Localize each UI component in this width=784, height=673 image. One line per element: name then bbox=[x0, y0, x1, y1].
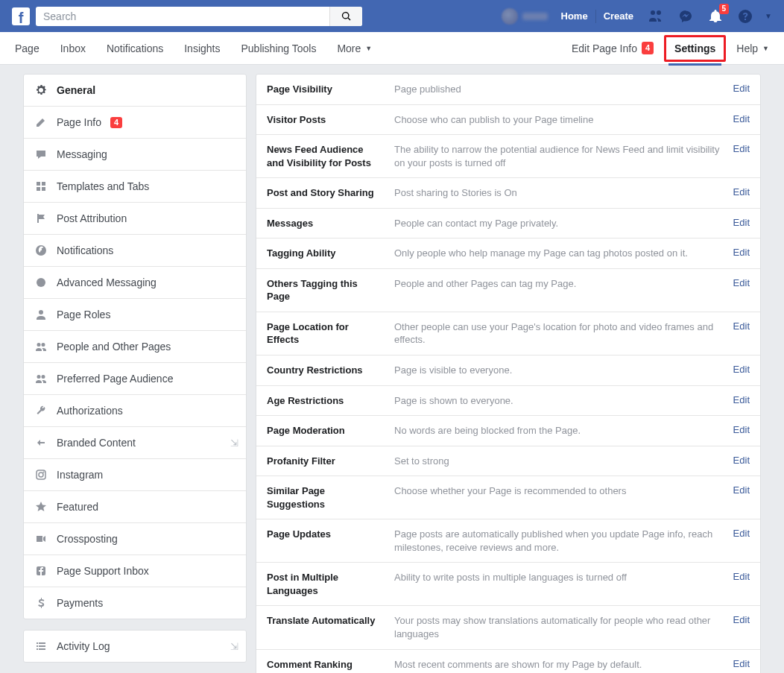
setting-label: Similar Page Suggestions bbox=[267, 484, 382, 511]
sidebar-item-instagram[interactable]: Instagram bbox=[24, 458, 246, 490]
setting-edit-link[interactable]: Edit bbox=[733, 143, 750, 154]
setting-edit-link[interactable]: Edit bbox=[733, 484, 750, 496]
sidebar-item-label: Instagram bbox=[57, 469, 103, 481]
sidebar-item-authorizations[interactable]: Authorizations bbox=[24, 394, 246, 426]
setting-edit-link[interactable]: Edit bbox=[733, 614, 750, 625]
setting-row-age-restrictions: Age RestrictionsPage is shown to everyon… bbox=[256, 385, 760, 416]
account-menu-button[interactable]: ▼ bbox=[760, 12, 777, 20]
sidebar-item-featured[interactable]: Featured bbox=[24, 490, 246, 522]
sidebar-item-notifications[interactable]: Notifications bbox=[24, 234, 246, 266]
setting-label: Page Visibility bbox=[267, 83, 382, 96]
setting-label: Translate Automatically bbox=[267, 614, 382, 628]
chat-icon bbox=[34, 148, 48, 161]
setting-edit-link[interactable]: Edit bbox=[733, 113, 750, 124]
people-icon bbox=[34, 372, 48, 385]
setting-value: Page published bbox=[394, 83, 721, 96]
tab-notifications[interactable]: Notifications bbox=[96, 32, 174, 65]
messenger-icon bbox=[678, 9, 693, 24]
sidebar-item-people-and-other-pages[interactable]: People and Other Pages bbox=[24, 330, 246, 362]
sidebar-item-page-roles[interactable]: Page Roles bbox=[24, 298, 246, 330]
video-icon bbox=[34, 532, 48, 546]
create-link[interactable]: Create bbox=[596, 6, 641, 27]
sidebar-item-label: General bbox=[57, 84, 95, 96]
sidebar-item-messaging[interactable]: Messaging bbox=[24, 138, 246, 170]
setting-edit-link[interactable]: Edit bbox=[733, 83, 750, 94]
setting-edit-link[interactable]: Edit bbox=[733, 217, 750, 228]
setting-label: Country Restrictions bbox=[267, 364, 382, 377]
sidebar-item-post-attribution[interactable]: Post Attribution bbox=[24, 202, 246, 234]
settings-panel: Page VisibilityPage publishedEditVisitor… bbox=[256, 74, 761, 673]
tab-help[interactable]: Help ▼ bbox=[726, 32, 780, 65]
notifications-button[interactable]: 5 bbox=[701, 6, 730, 27]
setting-label: Page Location for Effects bbox=[267, 320, 382, 347]
sidebar-item-templates-and-tabs[interactable]: Templates and Tabs bbox=[24, 170, 246, 202]
tab-settings[interactable]: Settings bbox=[664, 32, 726, 65]
facebook-logo-icon[interactable]: f bbox=[12, 7, 30, 25]
tab-inbox[interactable]: Inbox bbox=[50, 32, 96, 65]
home-link[interactable]: Home bbox=[554, 6, 595, 27]
sidebar-item-page-info[interactable]: Page Info4 bbox=[24, 106, 246, 138]
setting-edit-link[interactable]: Edit bbox=[733, 424, 750, 435]
setting-row-comment-ranking: Comment RankingMost recent comments are … bbox=[256, 649, 760, 673]
sidebar-item-label: Templates and Tabs bbox=[57, 180, 149, 192]
tab-page[interactable]: Page bbox=[4, 32, 50, 65]
sidebar-item-branded-content[interactable]: Branded Content⇲ bbox=[24, 426, 246, 458]
globe-icon bbox=[34, 244, 48, 257]
sidebar-item-preferred-page-audience[interactable]: Preferred Page Audience bbox=[24, 362, 246, 394]
page-tabs: Page Inbox Notifications Insights Publis… bbox=[0, 32, 784, 65]
setting-edit-link[interactable]: Edit bbox=[733, 658, 750, 669]
setting-edit-link[interactable]: Edit bbox=[733, 455, 750, 466]
setting-edit-link[interactable]: Edit bbox=[733, 571, 750, 582]
search-wrap bbox=[36, 7, 362, 26]
help-label: Help bbox=[736, 42, 758, 54]
sidebar-item-crossposting[interactable]: Crossposting bbox=[24, 522, 246, 554]
sidebar-item-label: Notifications bbox=[57, 244, 113, 256]
search-input[interactable] bbox=[36, 7, 362, 26]
instagram-icon bbox=[34, 468, 48, 481]
setting-edit-link[interactable]: Edit bbox=[733, 364, 750, 375]
sidebar-item-payments[interactable]: Payments bbox=[24, 587, 246, 619]
setting-row-messages: MessagesPeople can contact my Page priva… bbox=[256, 208, 760, 238]
tab-more[interactable]: More ▼ bbox=[326, 32, 382, 65]
profile-chip[interactable] bbox=[496, 6, 554, 27]
setting-value: Most recent comments are shown for my Pa… bbox=[394, 658, 721, 672]
bubble-icon bbox=[34, 276, 48, 289]
tab-publishing-tools[interactable]: Publishing Tools bbox=[230, 32, 326, 65]
sidebar-item-advanced-messaging[interactable]: Advanced Messaging bbox=[24, 266, 246, 298]
setting-value: Ability to write posts in multiple langu… bbox=[394, 571, 721, 584]
tab-insights[interactable]: Insights bbox=[174, 32, 230, 65]
list-icon bbox=[34, 639, 48, 653]
setting-label: Profanity Filter bbox=[267, 455, 382, 468]
sidebar-item-label: Payments bbox=[57, 597, 103, 609]
sidebar-item-label: Messaging bbox=[57, 148, 107, 160]
quick-help-button[interactable] bbox=[730, 6, 760, 27]
setting-row-post-and-story-sharing: Post and Story SharingPost sharing to St… bbox=[256, 177, 760, 208]
sidebar-item-activity-log[interactable]: Activity Log⇲ bbox=[24, 631, 246, 662]
setting-edit-link[interactable]: Edit bbox=[733, 247, 750, 258]
setting-edit-link[interactable]: Edit bbox=[733, 186, 750, 198]
sidebar-item-general[interactable]: General bbox=[24, 75, 246, 106]
dollar-icon bbox=[34, 596, 48, 610]
tab-edit-page-info[interactable]: Edit Page Info 4 bbox=[561, 32, 664, 65]
setting-label: Post in Multiple Languages bbox=[267, 571, 382, 597]
setting-label: Visitor Posts bbox=[267, 113, 382, 127]
people-icon bbox=[34, 340, 48, 353]
sidebar-item-page-support-inbox[interactable]: Page Support Inbox bbox=[24, 554, 246, 587]
search-button[interactable] bbox=[329, 7, 362, 26]
setting-label: Others Tagging this Page bbox=[267, 277, 382, 303]
setting-label: Messages bbox=[267, 217, 382, 230]
setting-row-similar-page-suggestions: Similar Page SuggestionsChoose whether y… bbox=[256, 475, 760, 519]
settings-sidebar: GeneralPage Info4MessagingTemplates and … bbox=[23, 74, 247, 673]
setting-edit-link[interactable]: Edit bbox=[733, 394, 750, 405]
setting-value: Page is visible to everyone. bbox=[394, 364, 721, 377]
setting-label: Age Restrictions bbox=[267, 394, 382, 408]
caret-down-icon: ▼ bbox=[365, 45, 372, 52]
messages-button[interactable] bbox=[671, 6, 701, 27]
setting-edit-link[interactable]: Edit bbox=[733, 528, 750, 539]
sidebar-item-label: Post Attribution bbox=[57, 212, 127, 224]
setting-edit-link[interactable]: Edit bbox=[733, 320, 750, 332]
star-icon bbox=[34, 500, 48, 514]
friend-requests-button[interactable] bbox=[641, 6, 671, 27]
setting-label: Tagging Ability bbox=[267, 247, 382, 260]
setting-edit-link[interactable]: Edit bbox=[733, 277, 750, 288]
